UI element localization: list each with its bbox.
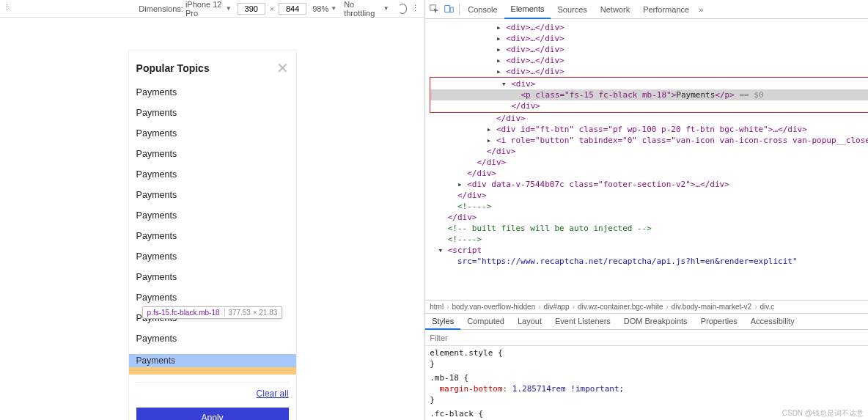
device-toolbar: ⋮ Dimensions: iPhone 12 Pro ▼ × 98%▼ No …	[0, 0, 424, 18]
tab-sources[interactable]: Sources	[551, 0, 593, 18]
topic-item[interactable]: Payments	[136, 272, 289, 292]
emulated-viewport: Popular Topics ✕ Payments Payments Payme…	[0, 18, 424, 420]
tab-computed[interactable]: Computed	[460, 314, 511, 329]
close-icon[interactable]: ✕	[276, 61, 289, 75]
styles-tabbar: Styles Computed Layout Event Listeners D…	[425, 314, 868, 330]
svg-rect-1	[445, 6, 450, 12]
clear-all-link[interactable]: Clear all	[257, 388, 289, 399]
more-tabs-icon[interactable]: »	[696, 5, 706, 14]
rule-mb18[interactable]: app.7a7020e2.css:14549 .mb-18 { margin-b…	[430, 372, 868, 405]
margin-overlay	[129, 367, 296, 375]
chevron-down-icon: ▼	[383, 5, 389, 12]
styles-filter-input[interactable]	[425, 334, 868, 342]
chevron-down-icon: ▼	[331, 5, 336, 12]
device-mode-pane: ⋮ Dimensions: iPhone 12 Pro ▼ × 98%▼ No …	[0, 0, 425, 420]
topic-item[interactable]: Payments	[136, 87, 289, 108]
devtools-tabbar: Console Elements Sources Network Perform…	[425, 0, 868, 19]
width-input[interactable]	[238, 3, 265, 15]
tab-accessibility[interactable]: Accessibility	[744, 314, 801, 329]
dimensions-label: Dimensions:	[139, 4, 183, 13]
tab-console[interactable]: Console	[461, 0, 504, 18]
dom-tree[interactable]: ▸ <div>…</div> ▸ <div>…</div> ▸ <div>…</…	[425, 19, 868, 300]
tab-network[interactable]: Network	[594, 0, 636, 18]
topic-list: Payments Payments Payments Payments Paym…	[136, 87, 289, 375]
topic-item[interactable]: Payments	[136, 169, 289, 190]
tab-elements[interactable]: Elements	[504, 1, 551, 19]
device-toggle-icon[interactable]	[443, 4, 455, 15]
svg-rect-2	[450, 7, 453, 12]
popular-topics-popup: Popular Topics ✕ Payments Payments Payme…	[128, 50, 297, 420]
inspect-tooltip: p.fs-15.fc-black.mb-18 377.53 × 21.83	[142, 306, 283, 319]
device-select[interactable]: Dimensions: iPhone 12 Pro ▼	[137, 0, 232, 18]
styles-filter-row: :hov .cls + ⁝	[425, 330, 868, 346]
inspect-icon[interactable]	[428, 4, 440, 15]
dom-selected-block: ▾ <div> <p class="fs-15 fc-black mb-18">…	[430, 77, 868, 113]
rotate-icon[interactable]	[398, 4, 408, 14]
device-name: iPhone 12 Pro	[185, 0, 224, 18]
rule-element-style[interactable]: element.style { }	[430, 347, 868, 369]
tab-layout[interactable]: Layout	[511, 314, 548, 329]
times-icon: ×	[270, 4, 274, 13]
throttling-select[interactable]: No throttling▼	[342, 0, 391, 18]
kebab-icon[interactable]: ⋮	[411, 4, 420, 13]
watermark: CSDN @钱总是词不达意	[782, 408, 864, 419]
zoom-select[interactable]: 98%▼	[311, 4, 338, 13]
topic-item[interactable]: Payments	[136, 190, 289, 210]
topic-item[interactable]: Payments	[136, 231, 289, 251]
topic-item[interactable]: Payments	[136, 149, 289, 169]
topic-item[interactable]: Payments	[136, 334, 289, 354]
tab-performance[interactable]: Performance	[636, 0, 696, 18]
tab-dom-breakpoints[interactable]: DOM Breakpoints	[617, 314, 694, 329]
mobile-frame: Popular Topics ✕ Payments Payments Payme…	[70, 21, 356, 420]
topic-item[interactable]: Payments	[136, 251, 289, 272]
dom-breadcrumb[interactable]: html› body.van-overflow-hidden› div#app›…	[425, 300, 868, 314]
devtools-pane: Console Elements Sources Network Perform…	[425, 0, 868, 420]
tab-event-listeners[interactable]: Event Listeners	[548, 314, 617, 329]
chevron-down-icon: ▼	[226, 5, 232, 12]
topic-item[interactable]: Payments	[136, 210, 289, 231]
tab-styles[interactable]: Styles	[425, 314, 460, 330]
topic-item-highlighted[interactable]: Payments	[129, 354, 296, 367]
topic-item[interactable]: Payments	[136, 108, 289, 128]
popup-title: Popular Topics	[136, 62, 210, 74]
topic-item[interactable]: Payments	[136, 128, 289, 149]
more-icon[interactable]: ⋮	[3, 3, 11, 12]
height-input[interactable]	[279, 3, 306, 15]
dom-selected-node[interactable]: <p class="fs-15 fc-black mb-18">Payments…	[430, 89, 868, 100]
apply-button[interactable]: Apply	[136, 408, 289, 420]
tooltip-dims: 377.53 × 21.83	[224, 309, 277, 317]
tooltip-selector: p.fs-15.fc-black.mb-18	[147, 309, 220, 317]
tab-properties[interactable]: Properties	[694, 314, 744, 329]
